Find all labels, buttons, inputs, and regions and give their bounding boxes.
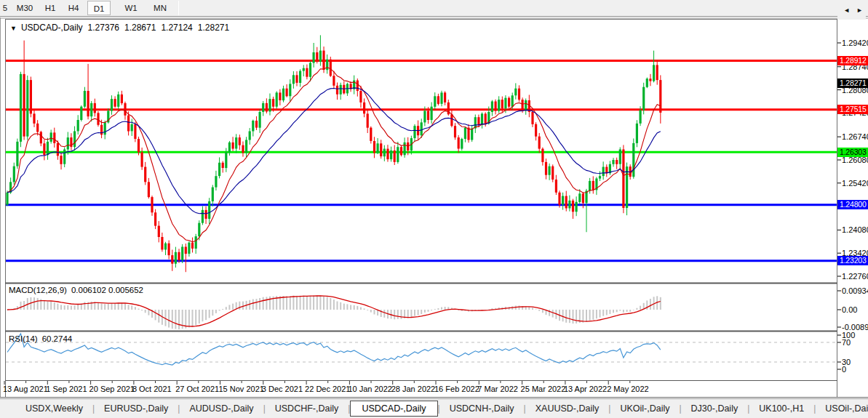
macd-bar <box>555 310 557 319</box>
macd-bar <box>346 304 348 310</box>
macd-bar <box>357 306 358 310</box>
macd-bar <box>343 304 345 310</box>
macd-bar <box>589 310 591 321</box>
tab-scroll-arrows: ◄ ► <box>837 0 866 20</box>
tab-ukoil-daily[interactable]: UKOil-,Daily <box>610 401 679 416</box>
macd-bar <box>394 310 395 319</box>
tab-usdchf-daily[interactable]: USDCHF-,Daily <box>266 401 349 416</box>
timeframe-button-m30[interactable]: M30 <box>12 1 38 15</box>
time-axis-label: 7 Mar 2022 <box>477 385 518 393</box>
timeframe-button-d1[interactable]: D1 <box>87 1 111 15</box>
macd-bar <box>387 310 389 318</box>
level-price-badge: 1.26303 <box>837 148 868 157</box>
macd-label-row: MACD(12,26,9)0.006102 0.005652 <box>9 286 143 294</box>
macd-bar <box>491 308 493 310</box>
rsi-label: RSI(14) <box>9 334 38 343</box>
timeframe-button-h1[interactable]: H1 <box>39 1 61 15</box>
macd-bar <box>525 306 527 310</box>
macd-bar <box>17 306 18 310</box>
macd-bar <box>383 310 385 318</box>
macd-bar <box>185 310 186 329</box>
macd-bar <box>559 310 560 321</box>
macd-bar <box>546 310 547 315</box>
timeframe-button-h4[interactable]: H4 <box>63 1 84 15</box>
macd-bar <box>549 310 550 316</box>
tab-audusd-daily[interactable]: AUDUSD-,Daily <box>180 401 263 416</box>
macd-bar <box>340 302 341 310</box>
macd-bar <box>77 305 79 310</box>
macd-bar <box>468 310 469 312</box>
macd-bar <box>131 305 132 310</box>
macd-bar <box>552 310 554 318</box>
macd-bar <box>84 302 85 310</box>
tab-uk100-h1[interactable]: UK100-,H1 <box>749 401 813 416</box>
timeframe-button-w1[interactable]: W1 <box>119 1 143 15</box>
time-axis-label: 13 Apr 2022 <box>564 385 607 393</box>
macd-bar <box>360 308 362 310</box>
macd-bar <box>636 308 637 310</box>
chart-plot-area[interactable] <box>6 36 837 300</box>
price-axis-tick: 1.25420 <box>842 179 868 188</box>
macd-bar <box>10 309 12 310</box>
macd-bar <box>7 310 8 310</box>
price-axis-tick: 1.26740 <box>842 132 868 141</box>
time-axis-label: 20 Sep 2021 <box>89 385 135 393</box>
rsi-value: 60.2744 <box>42 334 73 343</box>
macd-bar <box>178 310 180 329</box>
tab-usdcnh-daily[interactable]: USDCNH-,Daily <box>440 401 524 416</box>
macd-bar <box>364 308 365 310</box>
dropdown-triangle-icon[interactable]: ▼ <box>10 25 17 32</box>
macd-bar <box>606 310 608 315</box>
time-axis-label: 22 Dec 2021 <box>305 385 350 393</box>
macd-bar <box>374 310 375 315</box>
macd-bar <box>337 302 338 310</box>
macd-bar <box>158 310 159 323</box>
macd-bar <box>626 310 628 312</box>
tab-usoil-daily[interactable]: USOil-,Daily <box>816 401 868 416</box>
macd-bar <box>172 310 173 329</box>
macd-bar <box>71 306 72 310</box>
macd-bar <box>151 310 153 318</box>
price-axis-tick: 1.29420 <box>842 39 868 47</box>
macd-bar <box>633 310 634 310</box>
macd-bar <box>188 310 190 327</box>
price-axis-tick: 1.24080 <box>842 225 868 234</box>
tab-usdcad-daily[interactable]: USDCAD-,Daily <box>350 401 437 417</box>
macd-bar <box>128 305 130 310</box>
macd-bar <box>44 301 45 310</box>
macd-bar <box>600 310 601 318</box>
scroll-left-icon[interactable]: ◄ <box>843 7 850 14</box>
ohlc-close: 1.28271 <box>198 23 229 33</box>
macd-bar <box>222 309 223 310</box>
timeframe-button-5[interactable]: 5 <box>0 1 10 15</box>
trading-app-window: 5M30H1H4D1W1MN ▼USDCAD-,Daily1.273761.28… <box>0 0 868 418</box>
macd-bar <box>50 302 52 310</box>
level-price-badge: 1.23203 <box>837 256 868 265</box>
timeframe-button-mn[interactable]: MN <box>147 1 173 15</box>
scroll-right-icon[interactable]: ► <box>856 7 863 14</box>
macd-bar <box>509 307 510 310</box>
tab-xauusd-daily[interactable]: XAUUSD-,Daily <box>526 401 609 416</box>
macd-bar <box>455 309 456 310</box>
toolbar-separator <box>178 1 179 15</box>
macd-bar <box>619 310 621 311</box>
macd-bar <box>461 310 463 311</box>
macd-bar <box>602 310 604 316</box>
macd-bar <box>354 305 355 310</box>
macd-bar <box>228 305 230 310</box>
macd-bar <box>377 310 378 315</box>
macd-bar <box>20 302 22 310</box>
timeframe-toolbar: 5M30H1H4D1W1MN <box>0 0 868 17</box>
macd-bar <box>418 310 419 315</box>
macd-bar <box>192 310 194 326</box>
macd-bar <box>505 307 506 310</box>
tab-eurusd-daily[interactable]: EURUSD-,Daily <box>95 401 178 416</box>
macd-bar <box>451 308 453 310</box>
macd-bar <box>397 310 399 319</box>
macd-bar <box>501 308 503 310</box>
tab-usdx-weekly[interactable]: USDX,Weekly <box>16 401 92 416</box>
macd-bar <box>67 305 68 310</box>
tab-dj30-daily[interactable]: DJ30-,Daily <box>682 401 748 416</box>
macd-axis-tick: 0.00 <box>842 305 857 314</box>
macd-bar <box>209 310 210 318</box>
